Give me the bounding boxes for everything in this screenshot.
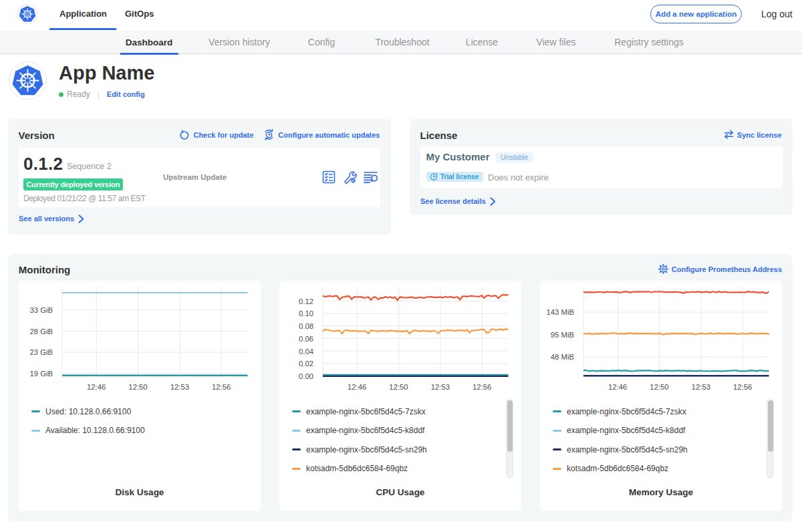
svg-text:12:50: 12:50 [650,383,668,391]
svg-text:0.08: 0.08 [299,322,313,330]
svg-text:28 GiB: 28 GiB [29,327,53,336]
svg-text:0.12: 0.12 [299,297,313,305]
svg-text:0.10: 0.10 [299,309,313,317]
svg-text:0.02: 0.02 [299,360,313,368]
svg-text:19 GiB: 19 GiB [29,370,53,378]
svg-text:12:46: 12:46 [608,383,627,391]
svg-text:12:46: 12:46 [87,383,106,391]
svg-text:12:53: 12:53 [692,383,710,391]
svg-text:12:50: 12:50 [128,383,147,391]
svg-text:12:53: 12:53 [431,383,450,391]
svg-text:12:53: 12:53 [170,383,189,391]
svg-text:0.06: 0.06 [299,335,313,343]
svg-text:48 MiB: 48 MiB [551,353,574,361]
svg-text:12:50: 12:50 [389,383,408,391]
svg-text:33 GiB: 33 GiB [29,306,53,314]
svg-text:12:56: 12:56 [733,383,752,391]
svg-text:12:56: 12:56 [473,383,491,391]
svg-text:95 MiB: 95 MiB [551,331,574,339]
svg-text:0.00: 0.00 [299,372,313,380]
svg-text:0.04: 0.04 [299,348,313,356]
svg-text:12:46: 12:46 [348,383,366,391]
svg-text:23 GiB: 23 GiB [29,348,53,356]
svg-text:12:56: 12:56 [212,383,231,391]
svg-text:143 MiB: 143 MiB [547,308,574,316]
